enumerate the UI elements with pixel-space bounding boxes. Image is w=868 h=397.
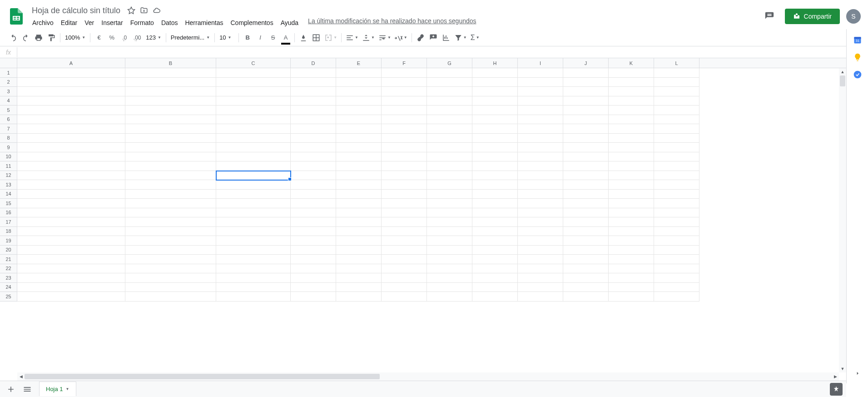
cell[interactable] [472,161,518,171]
cell[interactable] [563,115,609,125]
scroll-right-button[interactable]: ▶ [832,374,839,379]
print-button[interactable] [33,32,45,44]
cell[interactable] [654,217,699,227]
cell[interactable] [382,236,427,246]
cell[interactable] [427,106,472,115]
cell[interactable] [609,217,654,227]
share-button[interactable]: Compartir [785,9,840,24]
cell[interactable] [472,199,518,208]
cell[interactable] [125,199,216,208]
row-header[interactable]: 17 [0,217,17,227]
cell[interactable] [563,236,609,246]
cell[interactable] [518,180,563,190]
cell[interactable] [291,236,336,246]
cell[interactable] [125,134,216,143]
cell[interactable] [472,124,518,134]
cell[interactable] [427,190,472,199]
cell[interactable] [382,152,427,162]
cell[interactable] [17,199,125,208]
zoom-dropdown[interactable]: 100%▼ [63,33,87,42]
cell[interactable] [336,246,382,255]
cell[interactable] [563,134,609,143]
cell[interactable] [216,180,291,190]
cell[interactable] [17,161,125,171]
cell[interactable] [427,199,472,208]
cell[interactable] [427,143,472,152]
cell[interactable] [427,236,472,246]
cell[interactable] [336,115,382,125]
cell[interactable] [654,78,699,87]
cell[interactable] [216,255,291,264]
row-header[interactable]: 18 [0,227,17,236]
cell[interactable] [563,264,609,274]
cell[interactable] [291,161,336,171]
cell[interactable] [382,273,427,283]
cell[interactable] [216,115,291,125]
cell[interactable] [563,87,609,96]
cell[interactable] [336,236,382,246]
cell[interactable] [216,106,291,115]
cell[interactable] [291,283,336,292]
select-all-corner[interactable] [0,58,17,68]
cell[interactable] [125,106,216,115]
cell[interactable] [291,143,336,152]
row-header[interactable]: 4 [0,96,17,106]
cell[interactable] [125,68,216,78]
cell[interactable] [336,255,382,264]
cell[interactable] [216,161,291,171]
cell[interactable] [427,96,472,106]
cell[interactable] [291,255,336,264]
row-header[interactable]: 12 [0,171,17,181]
cell[interactable] [518,171,563,181]
cell[interactable] [472,246,518,255]
cell[interactable] [125,143,216,152]
row-header[interactable]: 22 [0,264,17,274]
account-avatar[interactable]: S [846,9,861,24]
cell[interactable] [427,283,472,292]
cell[interactable] [382,208,427,218]
cell[interactable] [609,190,654,199]
cell[interactable] [382,171,427,181]
horizontal-align-button[interactable]: ▼ [344,32,360,44]
cell[interactable] [17,124,125,134]
vertical-scroll-thumb[interactable] [840,75,845,86]
column-header[interactable]: K [609,58,654,68]
cell[interactable] [291,152,336,162]
menu-insertar[interactable]: Insertar [98,17,126,28]
row-header[interactable]: 5 [0,106,17,115]
redo-button[interactable] [20,32,32,44]
row-header[interactable]: 2 [0,78,17,87]
cell[interactable] [291,134,336,143]
horizontal-scrollbar[interactable]: ◀ ▶ [17,372,839,381]
cell[interactable] [216,143,291,152]
cell[interactable] [654,68,699,78]
cell[interactable] [125,180,216,190]
cell[interactable] [17,190,125,199]
cell[interactable] [382,87,427,96]
cell[interactable] [427,161,472,171]
cell[interactable] [17,143,125,152]
row-header[interactable]: 20 [0,246,17,255]
cell[interactable] [216,152,291,162]
insert-link-button[interactable] [415,32,427,44]
cell[interactable] [654,190,699,199]
cell[interactable] [216,199,291,208]
cell[interactable] [518,78,563,87]
cell[interactable] [17,152,125,162]
cell[interactable] [609,246,654,255]
cell[interactable] [609,115,654,125]
text-wrap-button[interactable]: ▼ [377,32,392,44]
cell[interactable] [291,96,336,106]
cell[interactable] [382,283,427,292]
menu-archivo[interactable]: Archivo [29,17,57,28]
cell[interactable] [654,255,699,264]
cell[interactable] [382,143,427,152]
row-header[interactable]: 15 [0,199,17,208]
row-header[interactable]: 6 [0,115,17,125]
cell[interactable] [291,115,336,125]
comments-button[interactable] [760,7,779,25]
menu-formato[interactable]: Formato [127,17,157,28]
cell[interactable] [518,273,563,283]
cell[interactable] [216,273,291,283]
cell[interactable] [125,227,216,236]
